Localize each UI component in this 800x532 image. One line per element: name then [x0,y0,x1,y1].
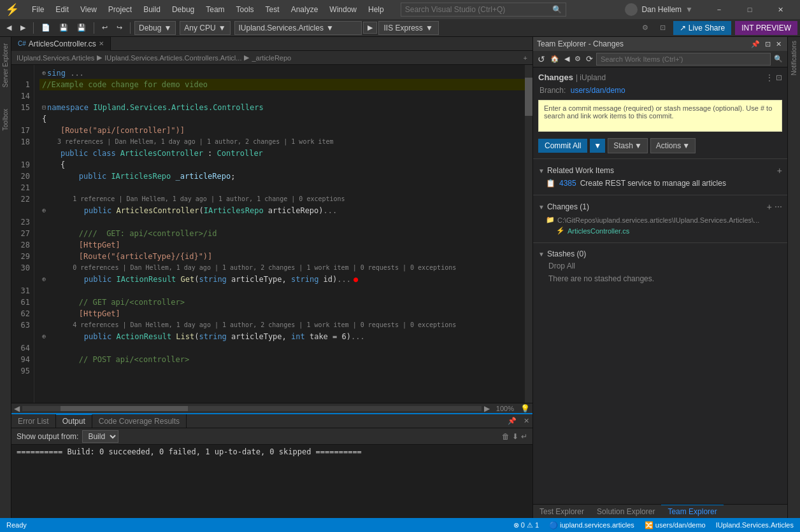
nav-forward-button[interactable]: ▶ [17,22,29,33]
add-change-btn[interactable]: + [767,202,772,212]
editor-tab-articles-controller[interactable]: C# ArticlesController.cs ✕ [11,37,111,51]
status-repo[interactable]: 🔵 iupland.services.articles [546,521,637,529]
undo-button[interactable]: ↩ [98,22,111,33]
menu-edit[interactable]: Edit [50,3,74,17]
solution-explorer-tab[interactable]: Solution Explorer [590,505,661,519]
te-search-box[interactable] [596,53,771,66]
minimize-button[interactable]: − [704,0,734,19]
server-explorer-tab[interactable]: Server Explorer [1,39,10,91]
account-icon[interactable]: ▼ [685,5,693,14]
te-changes-header[interactable]: ▼ Changes (1) + ⋯ [538,200,782,213]
config-dropdown[interactable]: Debug ▼ [134,21,176,35]
te-file-item-articles[interactable]: ⚡ ArticlesController.cs [538,225,782,236]
expand-icon-64[interactable]: ⊕ [42,331,46,342]
add-work-item-btn[interactable]: + [777,165,782,176]
expand-icon-23[interactable]: ⊕ [42,205,46,216]
horizontal-scrollbar[interactable] [22,406,482,411]
scrollbar-thumb[interactable] [525,78,532,116]
menu-help[interactable]: Help [363,3,389,17]
error-list-tab[interactable]: Error List [11,414,56,428]
menu-build[interactable]: Build [138,3,166,17]
lightbulb-icon[interactable]: 💡 [518,404,532,413]
te-drop-all-button[interactable]: Drop All [538,260,782,272]
filter-button[interactable]: ⚙ [638,22,652,33]
te-expand-all-btn[interactable]: ⊡ [776,73,782,82]
pin-panel-button[interactable]: 📌 [506,415,518,428]
menu-test[interactable]: Test [261,3,285,17]
te-search-btn[interactable]: 🔍 [772,55,785,63]
expand-button[interactable]: ⊡ [656,22,669,33]
te-back-btn[interactable]: ◀ [562,55,571,63]
breadcrumb-ns[interactable]: IUpland.Services.Articles [17,54,94,62]
commit-all-button[interactable]: Commit All [538,139,587,153]
breadcrumb-class[interactable]: IUpland.Services.Articles.Controllers.Ar… [104,54,241,62]
add-icon[interactable]: + [524,54,527,62]
status-errors[interactable]: ⊗ 0 ⚠ 1 [511,521,541,529]
test-explorer-tab[interactable]: Test Explorer [533,505,590,519]
output-tab[interactable]: Output [56,414,92,428]
scroll-right-btn[interactable]: ▶ [482,404,492,413]
new-item-button[interactable]: 📄 [38,22,54,33]
menu-debug[interactable]: Debug [167,3,199,17]
expand-icon-31[interactable]: ⊕ [42,274,46,285]
expand-icon-ns[interactable]: ⊟ [42,102,46,113]
editor-vertical-scrollbar[interactable] [525,65,532,403]
te-pin-button[interactable]: 📌 [749,40,762,48]
global-search-input[interactable] [405,5,552,14]
te-related-work-items-header[interactable]: ▼ Related Work Items + [538,164,782,177]
actions-button[interactable]: Actions ▼ [650,138,696,153]
work-item-id[interactable]: 4385 [559,179,576,188]
save-button[interactable]: 💾 [55,22,72,33]
menu-tools[interactable]: Tools [231,3,259,17]
output-clear-btn[interactable]: 🗑 [502,432,510,441]
menu-team[interactable]: Team [201,3,229,17]
maximize-button[interactable]: □ [735,0,764,19]
te-context-menu-btn[interactable]: ⋮ [766,73,773,82]
project-dropdown[interactable]: IUpland.Services.Articles ▼ [234,21,362,35]
code-coverage-tab[interactable]: Code Coverage Results [92,414,187,428]
breadcrumb-member[interactable]: _articleRepo [252,54,291,62]
menu-window[interactable]: Window [324,3,362,17]
output-word-wrap-btn[interactable]: ↵ [521,432,527,441]
changes-menu-btn[interactable]: ⋯ [775,202,782,211]
branch-link[interactable]: users/dan/demo [571,86,625,95]
save-all-button[interactable]: 💾 [73,22,90,33]
te-home-btn[interactable]: 🏠 [548,55,561,63]
code-content[interactable]: ⊕ sing ... //Example code change for dem… [34,65,525,403]
tab-close-button[interactable]: ✕ [99,40,104,47]
notifications-icon[interactable]: Notifications [789,37,799,79]
menu-analyze[interactable]: Analyze [286,3,324,17]
te-commit-message[interactable]: Enter a commit message (required) or sta… [538,100,782,132]
redo-button[interactable]: ↪ [113,22,126,33]
start-button[interactable]: ▶ [363,22,377,34]
user-name[interactable]: Dan Hellem [641,5,682,14]
int-preview-button[interactable]: INT PREVIEW [735,21,797,35]
nav-back-button[interactable]: ◀ [3,22,15,33]
te-search-input[interactable] [601,55,766,63]
menu-file[interactable]: File [27,3,49,17]
output-scroll-btn[interactable]: ⬇ [512,432,518,441]
status-project[interactable]: IUpland.Services.Articles [713,521,796,529]
te-sync-btn[interactable]: ⟳ [584,54,595,64]
global-search-box[interactable]: 🔍 [401,3,566,17]
iis-express-button[interactable]: IIS Express ▼ [378,21,439,35]
live-share-button[interactable]: ↗ Live Share [673,21,731,35]
expand-icon-1[interactable]: ⊕ [42,67,46,79]
toolbox-tab[interactable]: Toolbox [1,105,10,134]
te-refresh-btn[interactable]: ↺ [536,54,547,64]
te-settings-btn[interactable]: ⚙ [573,55,583,63]
te-close-button[interactable]: ✕ [774,40,783,48]
commit-dropdown-btn[interactable]: ▼ [590,139,605,153]
menu-view[interactable]: View [75,3,102,17]
platform-dropdown[interactable]: Any CPU ▼ [180,21,230,35]
horizontal-scrollbar-thumb[interactable] [61,406,188,411]
te-stashes-header[interactable]: ▼ Stashes (0) [538,248,782,260]
te-expand-button[interactable]: ⊡ [763,40,773,48]
output-source-dropdown[interactable]: Build [82,430,118,443]
status-branch[interactable]: 🔀 users/dan/demo [642,521,708,529]
scroll-left-btn[interactable]: ◀ [11,404,22,413]
stash-button[interactable]: Stash ▼ [608,138,648,153]
team-explorer-tab[interactable]: Team Explorer [661,505,723,519]
menu-project[interactable]: Project [103,3,137,17]
close-panel-button[interactable]: ✕ [520,415,532,428]
